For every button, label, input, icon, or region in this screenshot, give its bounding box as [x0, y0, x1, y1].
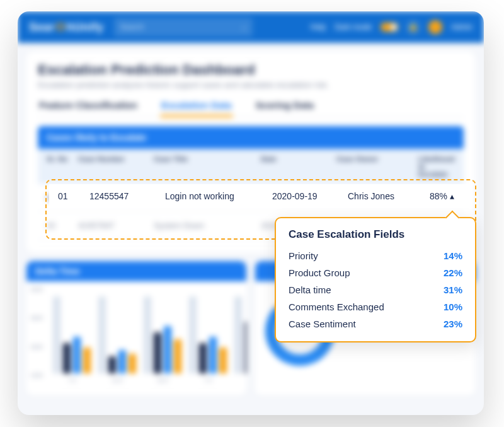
tab-escalation-data[interactable]: Escalation Data [160, 100, 233, 117]
tabs: Feature Classification Escalation Data S… [38, 100, 464, 117]
avatar[interactable] [428, 20, 442, 34]
cell-case-title: Login not working [165, 191, 272, 201]
tab-feature-classification[interactable]: Feature Classification [38, 100, 139, 117]
notifications-icon[interactable]: 🔔 [407, 21, 420, 33]
caret-up-icon: ▴ [450, 191, 454, 201]
delta-time-chart: 4000300020001000 7.012.016.07.016.016.01… [26, 281, 246, 395]
topbar: SearOhUnify Search ⌕ Help Dark mode 🔔 Ad… [18, 11, 484, 43]
cell-date: 2020-09-19 [272, 191, 348, 201]
cell-owner: Chris Jones [348, 191, 430, 201]
tab-scoring-data[interactable]: Scoring Data [255, 100, 316, 117]
delta-time-panel: Delta Time 4000300020001000 7.012.016.07… [26, 261, 246, 395]
delta-panel-title: Delta Time [26, 261, 246, 281]
popover-row: Delta time31% [289, 281, 462, 298]
admin-label: Admin [451, 23, 472, 32]
popover-row: Priority14% [289, 247, 462, 264]
popover-title: Case Escalation Fields [289, 228, 462, 241]
table-header: Sr. No Case Number Case Title Date Case … [38, 149, 464, 184]
focused-row[interactable]: 01 12455547 Login not working 2020-09-19… [49, 184, 472, 208]
page-subtitle: Escalation prediction analyzes historic … [38, 81, 464, 90]
section-title: Cases likely to Escalate [38, 126, 464, 149]
search-icon: ⌕ [242, 23, 246, 32]
darkmode-label: Dark mode [335, 23, 372, 32]
brand-o-icon: O [56, 21, 66, 34]
cell-likelihood: 88% ▴ [430, 191, 464, 201]
popover-row: Comments Exchanged10% [289, 298, 462, 315]
page-title: Escalation Prediction Dashboard [38, 62, 464, 78]
popover-row: Product Group22% [289, 264, 462, 281]
cell-sr: 01 [58, 191, 89, 201]
popover-row: Case Sentiment23% [289, 315, 462, 332]
case-escalation-popover: Case Escalation Fields Priority14% Produ… [275, 217, 476, 342]
help-link[interactable]: Help [311, 23, 326, 32]
brand-logo: SearOhUnify [29, 21, 104, 34]
darkmode-toggle[interactable] [381, 23, 398, 32]
cell-case-number: 12455547 [89, 191, 165, 201]
search-input[interactable]: Search ⌕ [114, 18, 253, 37]
search-placeholder: Search [120, 23, 144, 32]
